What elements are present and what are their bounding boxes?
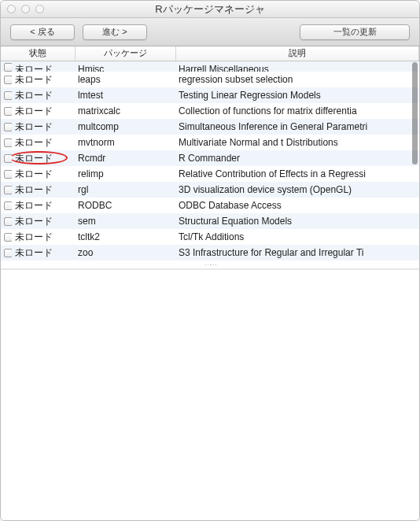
table-row[interactable]: 未ロードmultcompSimultaneous Inference in Ge… xyxy=(1,119,419,135)
package-cell: Rcmdr xyxy=(75,150,175,166)
status-cell: 未ロード xyxy=(12,135,75,150)
package-cell: multcomp xyxy=(75,119,175,135)
package-cell: leaps xyxy=(75,72,175,87)
status-cell: 未ロード xyxy=(12,103,75,119)
checkbox-cell[interactable] xyxy=(1,72,12,87)
description-cell: Tcl/Tk Additions xyxy=(175,229,419,245)
status-cell: 未ロード xyxy=(12,198,75,213)
status-cell: 未ロード xyxy=(12,166,75,182)
checkbox-cell[interactable] xyxy=(1,166,12,182)
checkbox-cell[interactable] xyxy=(1,87,12,103)
table-row[interactable]: 未ロードzooS3 Infrastructure for Regular and… xyxy=(1,245,419,260)
column-header-status[interactable]: 状態 xyxy=(1,46,75,61)
checkbox-icon[interactable] xyxy=(4,76,12,84)
checkbox-icon[interactable] xyxy=(4,91,12,100)
checkbox-icon[interactable] xyxy=(4,123,12,131)
checkbox-cell[interactable] xyxy=(1,150,12,166)
package-cell: relimp xyxy=(75,166,175,182)
package-cell: rgl xyxy=(75,182,175,198)
status-cell: 未ロード xyxy=(12,61,75,72)
description-cell: Multivariate Normal and t Distributions xyxy=(175,135,419,150)
checkbox-cell[interactable] xyxy=(1,135,12,150)
checkbox-icon[interactable] xyxy=(4,154,12,163)
checkbox-cell[interactable] xyxy=(1,119,12,135)
checkbox-cell[interactable] xyxy=(1,103,12,119)
column-header-description[interactable]: 説明 xyxy=(175,46,419,61)
description-cell: Relative Contribution of Effects in a Re… xyxy=(175,166,419,182)
checkbox-cell[interactable] xyxy=(1,198,12,213)
description-cell: Structural Equation Models xyxy=(175,213,419,229)
refresh-list-button[interactable]: 一覧の更新 xyxy=(300,24,410,40)
description-cell: R Commander xyxy=(175,150,419,166)
back-button[interactable]: < 戻る xyxy=(10,24,75,40)
checkbox-icon[interactable] xyxy=(4,201,12,210)
table-row[interactable]: 未ロードsemStructural Equation Models xyxy=(1,213,419,229)
table-row[interactable]: 未ロードRcmdrR Commander xyxy=(1,150,419,166)
description-cell: regression subset selection xyxy=(175,72,419,87)
status-cell: 未ロード xyxy=(12,229,75,245)
checkbox-cell[interactable] xyxy=(1,61,12,72)
empty-area xyxy=(1,270,419,520)
checkbox-icon[interactable] xyxy=(4,63,12,72)
table-row[interactable]: 未ロードtcltk2Tcl/Tk Additions xyxy=(1,229,419,245)
table-header-row: 状態 パッケージ 説明 xyxy=(1,46,419,61)
table-row[interactable]: 未ロードleapsregression subset selection xyxy=(1,72,419,87)
checkbox-icon[interactable] xyxy=(4,170,12,179)
description-cell: Collection of functions for matrix diffe… xyxy=(175,103,419,119)
checkbox-icon[interactable] xyxy=(4,217,12,226)
package-cell: lmtest xyxy=(75,87,175,103)
checkbox-cell[interactable] xyxy=(1,182,12,198)
table-row[interactable]: 未ロードmatrixcalcCollection of functions fo… xyxy=(1,103,419,119)
column-header-package[interactable]: パッケージ xyxy=(75,46,175,61)
description-cell: Harrell Miscellaneous xyxy=(175,61,419,72)
package-cell: matrixcalc xyxy=(75,103,175,119)
table-row[interactable]: 未ロードRODBCODBC Database Access xyxy=(1,198,419,213)
resize-handle-icon[interactable]: ⋯⋯ xyxy=(1,260,419,268)
checkbox-icon[interactable] xyxy=(4,107,12,116)
checkbox-icon[interactable] xyxy=(4,233,12,242)
status-cell: 未ロード xyxy=(12,72,75,87)
table-row[interactable]: 未ロードrelimpRelative Contribution of Effec… xyxy=(1,166,419,182)
forward-button[interactable]: 進む > xyxy=(83,24,147,40)
checkbox-icon[interactable] xyxy=(4,249,12,257)
status-cell: 未ロード xyxy=(12,245,75,260)
package-cell: Hmisc xyxy=(75,61,175,72)
status-cell: 未ロード xyxy=(12,119,75,135)
table-row[interactable]: 未ロードlmtestTesting Linear Regression Mode… xyxy=(1,87,419,103)
description-cell: 3D visualization device system (OpenGL) xyxy=(175,182,419,198)
window-title: Rパッケージマネージャ xyxy=(1,2,419,17)
checkbox-cell[interactable] xyxy=(1,229,12,245)
checkbox-icon[interactable] xyxy=(4,186,12,194)
status-cell: 未ロード xyxy=(12,150,75,166)
package-cell: sem xyxy=(75,213,175,229)
status-cell: 未ロード xyxy=(12,213,75,229)
description-cell: Simultaneous Inference in General Parame… xyxy=(175,119,419,135)
status-cell: 未ロード xyxy=(12,182,75,198)
package-cell: zoo xyxy=(75,245,175,260)
checkbox-icon[interactable] xyxy=(4,139,12,147)
checkbox-cell[interactable] xyxy=(1,245,12,260)
description-cell: S3 Infrastructure for Regular and Irregu… xyxy=(175,245,419,260)
package-cell: RODBC xyxy=(75,198,175,213)
table-row[interactable]: 未ロードHmiscHarrell Miscellaneous xyxy=(1,61,419,72)
table-row[interactable]: 未ロードmvtnormMultivariate Normal and t Dis… xyxy=(1,135,419,150)
status-cell: 未ロード xyxy=(12,87,75,103)
checkbox-cell[interactable] xyxy=(1,213,12,229)
scrollbar-thumb[interactable] xyxy=(412,62,418,164)
description-cell: Testing Linear Regression Models xyxy=(175,87,419,103)
package-table: 状態 パッケージ 説明 未ロードHmiscHarrell Miscellaneo… xyxy=(1,46,419,270)
toolbar: < 戻る 進む > 一覧の更新 xyxy=(1,18,419,46)
highlight-circle-icon xyxy=(12,151,68,164)
description-cell: ODBC Database Access xyxy=(175,198,419,213)
window: Rパッケージマネージャ < 戻る 進む > 一覧の更新 状態 パッケージ 説明 … xyxy=(0,0,420,521)
table-row[interactable]: 未ロードrgl3D visualization device system (O… xyxy=(1,182,419,198)
titlebar: Rパッケージマネージャ xyxy=(1,1,419,18)
package-cell: mvtnorm xyxy=(75,135,175,150)
scrollbar[interactable] xyxy=(411,62,418,257)
package-cell: tcltk2 xyxy=(75,229,175,245)
